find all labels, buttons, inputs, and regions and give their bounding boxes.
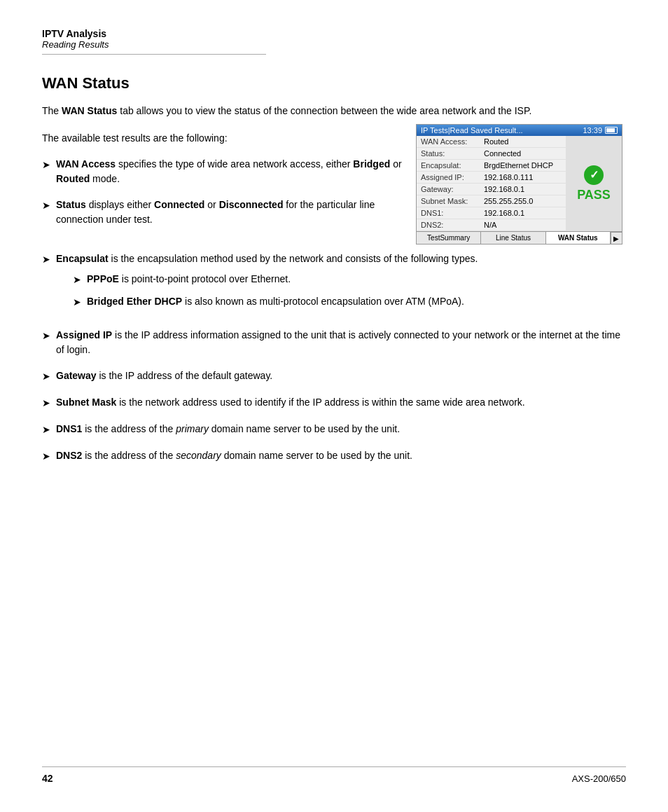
page-number: 42 [42, 773, 53, 784]
term-dns2: DNS2 [56, 450, 82, 461]
main-bullet-list: ➤ Encapsulat is the encapsulation method… [42, 252, 626, 464]
term-pppoe: PPPoE [87, 273, 119, 284]
value-encapsulat: BrgdEthernet DHCP [480, 160, 566, 172]
arrow-icon-dns2: ➤ [42, 449, 50, 464]
bullet-text-subnet-mask: Subnet Mask is the network address used … [56, 395, 626, 410]
device-data-table: WAN Access: Routed Status: Connected Enc… [417, 136, 566, 231]
value-dns1: 192.168.0.1 [480, 207, 566, 219]
sub-bullet-pppoe: ➤ PPPoE is point-to-point protocol over … [73, 272, 626, 287]
table-row: Status: Connected [417, 148, 566, 160]
tab-line-status[interactable]: Line Status [481, 232, 545, 244]
product-name: AXS-200/650 [572, 773, 626, 784]
bullet-wan-access: ➤ WAN Access specifies the type of wide … [42, 157, 402, 186]
pass-check-icon: ✓ [584, 165, 604, 185]
label-wan-access: WAN Access: [417, 136, 480, 148]
device-time: 13:39 [583, 126, 602, 135]
header-title: IPTV Analysis [42, 28, 626, 39]
label-encapsulat: Encapsulat: [417, 160, 480, 172]
intro-paragraph: The WAN Status tab allows you to view th… [42, 104, 626, 118]
section-title: WAN Status [42, 74, 626, 92]
page-footer: 42 AXS-200/650 [42, 766, 626, 784]
full-width-bullets: ➤ Encapsulat is the encapsulation method… [42, 252, 626, 464]
table-row: DNS2: N/A [417, 219, 566, 231]
value-subnet-mask: 255.255.255.0 [480, 195, 566, 207]
device-pass-section: ✓ PASS [566, 136, 622, 231]
value-status: Connected [480, 148, 566, 160]
arrow-icon-subnet-mask: ➤ [42, 396, 50, 411]
available-results-label: The available test results are the follo… [42, 131, 402, 146]
bullet-text-dns1: DNS1 is the address of the primary domai… [56, 422, 626, 436]
term-gateway: Gateway [56, 370, 97, 381]
sub-bullet-text-pppoe: PPPoE is point-to-point protocol over Et… [87, 272, 291, 287]
value-wan-access: Routed [480, 136, 566, 148]
term-subnet-mask: Subnet Mask [56, 397, 116, 408]
sub-bullet-bridged-ether: ➤ Bridged Ether DHCP is also known as mu… [73, 294, 626, 310]
device-screen-title: IP Tests|Read Saved Result... [421, 126, 523, 135]
bullet-text-wan-access: WAN Access specifies the type of wide ar… [56, 157, 402, 186]
tab-wan-status[interactable]: WAN Status [546, 232, 611, 244]
page-header: IPTV Analysis Reading Results [42, 28, 626, 50]
wan-status-bold: WAN Status [62, 105, 117, 116]
arrow-icon-bridged-ether: ➤ [73, 295, 81, 310]
value-dns2: N/A [480, 219, 566, 231]
bullet-subnet-mask: ➤ Subnet Mask is the network address use… [42, 395, 626, 411]
header-subtitle: Reading Results [42, 39, 626, 50]
term-bridged: Bridged [353, 158, 390, 170]
arrow-icon-wan-access: ➤ [42, 158, 50, 172]
label-dns1: DNS1: [417, 207, 480, 219]
bullet-text-dns2: DNS2 is the address of the secondary dom… [56, 448, 626, 463]
bullet-encapsulat: ➤ Encapsulat is the encapsulation method… [42, 252, 626, 317]
header-divider [42, 54, 266, 55]
battery-icon [605, 127, 618, 134]
device-main-row: WAN Access: Routed Status: Connected Enc… [417, 136, 622, 231]
bullet-assigned-ip: ➤ Assigned IP is the IP address informat… [42, 328, 626, 357]
arrow-icon-encapsulat: ➤ [42, 252, 50, 267]
sub-bullet-text-bridged-ether: Bridged Ether DHCP is also known as mult… [87, 294, 464, 309]
italic-primary: primary [176, 423, 209, 434]
bullet-text-status: Status displays either Connected or Disc… [56, 198, 402, 227]
bullet-status: ➤ Status displays either Connected or Di… [42, 198, 402, 227]
term-connected: Connected [154, 199, 204, 210]
device-titlebar: IP Tests|Read Saved Result... 13:39 [417, 125, 622, 136]
tab-test-summary[interactable]: TestSummary [417, 232, 481, 244]
arrow-icon-status: ➤ [42, 198, 50, 213]
bullet-text-encapsulat: Encapsulat is the encapsulation method u… [56, 252, 626, 317]
italic-secondary: secondary [176, 450, 221, 461]
label-dns2: DNS2: [417, 219, 480, 231]
term-encapsulat: Encapsulat [56, 253, 109, 264]
label-assigned-ip: Assigned IP: [417, 172, 480, 184]
term-disconnected: Disconnected [219, 199, 284, 210]
table-row: WAN Access: Routed [417, 136, 566, 148]
device-tabs[interactable]: TestSummary Line Status WAN Status ▶ [417, 231, 622, 244]
bullet-text-gateway: Gateway is the IP address of the default… [56, 369, 626, 383]
bullet-dns1: ➤ DNS1 is the address of the primary dom… [42, 422, 626, 437]
table-row: Gateway: 192.168.0.1 [417, 184, 566, 195]
text-column: The available test results are the follo… [42, 131, 402, 245]
content-area: The available test results are the follo… [42, 131, 626, 245]
term-dns1: DNS1 [56, 423, 82, 434]
device-screen: IP Tests|Read Saved Result... 13:39 WAN … [416, 124, 622, 245]
bullet-text-assigned-ip: Assigned IP is the IP address informatio… [56, 328, 626, 357]
arrow-icon-assigned-ip: ➤ [42, 329, 50, 343]
term-bridged-ether-dhcp: Bridged Ether DHCP [87, 296, 182, 307]
label-gateway: Gateway: [417, 184, 480, 195]
bullet-dns2: ➤ DNS2 is the address of the secondary d… [42, 448, 626, 464]
term-wan-access: WAN Access [56, 158, 116, 170]
table-row: Subnet Mask: 255.255.255.0 [417, 195, 566, 207]
arrow-icon-pppoe: ➤ [73, 273, 81, 287]
value-assigned-ip: 192.168.0.111 [480, 172, 566, 184]
label-subnet-mask: Subnet Mask: [417, 195, 480, 207]
device-data-section: WAN Access: Routed Status: Connected Enc… [417, 136, 566, 231]
arrow-icon-dns1: ➤ [42, 422, 50, 437]
device-titlebar-right: 13:39 [583, 126, 618, 135]
term-assigned-ip: Assigned IP [56, 329, 112, 340]
initial-bullets: ➤ WAN Access specifies the type of wide … [42, 157, 402, 227]
value-gateway: 192.168.0.1 [480, 184, 566, 195]
tab-scroll-arrow[interactable]: ▶ [611, 232, 622, 244]
label-status: Status: [417, 148, 480, 160]
device-screenshot-column: IP Tests|Read Saved Result... 13:39 WAN … [416, 124, 626, 245]
term-routed: Routed [56, 173, 90, 184]
bullet-gateway: ➤ Gateway is the IP address of the defau… [42, 369, 626, 384]
table-row: Encapsulat: BrgdEthernet DHCP [417, 160, 566, 172]
arrow-icon-gateway: ➤ [42, 369, 50, 384]
